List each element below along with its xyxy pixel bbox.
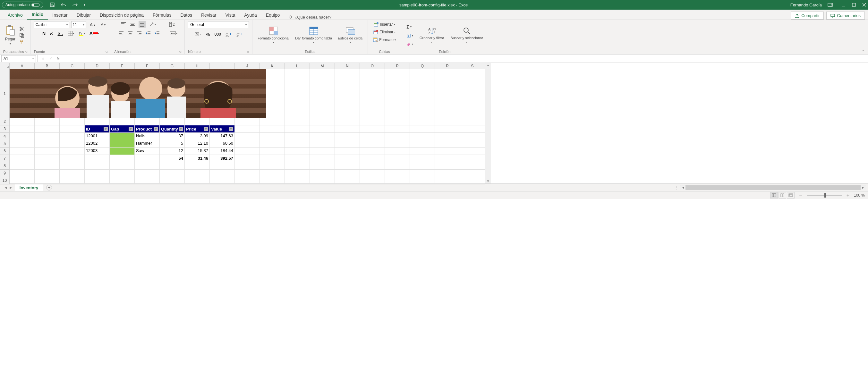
tab-insert[interactable]: Insertar bbox=[48, 10, 72, 20]
table-header-value[interactable]: Value bbox=[210, 125, 235, 133]
column-header[interactable]: A bbox=[10, 63, 35, 69]
formula-input[interactable] bbox=[63, 55, 868, 62]
underline-button[interactable]: S ▾ bbox=[58, 31, 63, 36]
decrease-decimal-icon[interactable]: ,00,0 bbox=[237, 32, 243, 37]
name-box[interactable]: A1▾ bbox=[1, 55, 36, 62]
tab-page-layout[interactable]: Disposición de página bbox=[95, 10, 148, 20]
column-header[interactable]: J bbox=[235, 63, 260, 69]
paste-button[interactable]: Pegar ▾ bbox=[3, 24, 17, 46]
tab-home[interactable]: Inicio bbox=[27, 10, 48, 20]
column-header[interactable]: K bbox=[260, 63, 285, 69]
scroll-right-icon[interactable]: ► bbox=[861, 186, 866, 189]
sheet-tab-inventory[interactable]: Inventory bbox=[15, 184, 43, 191]
filter-icon[interactable] bbox=[229, 127, 233, 131]
column-header[interactable]: I bbox=[210, 63, 235, 69]
sort-filter-button[interactable]: AZ Ordenar y filtrar▾ bbox=[417, 26, 446, 44]
comments-button[interactable]: Comentarios bbox=[826, 11, 865, 20]
zoom-out-button[interactable]: − bbox=[799, 192, 802, 198]
enter-formula-icon[interactable]: ✓ bbox=[49, 57, 52, 61]
prev-sheet-icon[interactable]: ◄ bbox=[4, 185, 8, 190]
scroll-down-icon[interactable]: ▼ bbox=[487, 180, 490, 183]
cell-price[interactable]: 15,37 bbox=[185, 148, 210, 155]
column-header[interactable]: C bbox=[60, 63, 85, 69]
cell-qty[interactable]: 5 bbox=[160, 140, 185, 148]
column-header[interactable]: F bbox=[135, 63, 160, 69]
table-header-price[interactable]: Price bbox=[185, 125, 210, 133]
clear-button[interactable]: ▾ bbox=[404, 41, 415, 47]
font-name-select[interactable]: Calibri▾ bbox=[34, 21, 69, 28]
format-cells-button[interactable]: Formato▾ bbox=[371, 37, 398, 43]
conditional-format-button[interactable]: Formato condicional▾ bbox=[256, 26, 291, 44]
zoom-in-button[interactable]: + bbox=[846, 192, 849, 198]
autosave-toggle[interactable]: Autoguardado bbox=[2, 2, 43, 8]
cell-id[interactable]: 12001 bbox=[85, 133, 110, 140]
orientation-icon[interactable]: ▾ bbox=[149, 22, 156, 27]
page-layout-view-button[interactable] bbox=[778, 192, 786, 198]
user-name[interactable]: Fernando García bbox=[790, 3, 822, 7]
save-icon[interactable] bbox=[50, 2, 55, 7]
wrap-text-icon[interactable]: ab bbox=[169, 22, 175, 27]
tab-split-handle[interactable]: ⋮ bbox=[672, 185, 680, 190]
percent-format-icon[interactable]: % bbox=[206, 31, 210, 37]
font-size-select[interactable]: 11▾ bbox=[71, 21, 86, 28]
column-header[interactable]: E bbox=[110, 63, 135, 69]
column-header[interactable]: N bbox=[335, 63, 360, 69]
column-header[interactable]: Q bbox=[410, 63, 435, 69]
cell-price[interactable]: 12,10 bbox=[185, 140, 210, 148]
row-header[interactable]: 10 bbox=[0, 177, 10, 184]
cell-price[interactable]: 3,99 bbox=[185, 133, 210, 140]
cell-qty[interactable]: 37 bbox=[160, 133, 185, 140]
align-middle-icon[interactable] bbox=[130, 22, 135, 27]
column-header[interactable]: O bbox=[360, 63, 385, 69]
align-center-icon[interactable] bbox=[127, 31, 133, 36]
share-button[interactable]: Compartir bbox=[791, 11, 824, 20]
zoom-slider[interactable] bbox=[807, 195, 842, 196]
row-header[interactable]: 2 bbox=[0, 118, 10, 125]
table-header-id[interactable]: ID bbox=[85, 125, 110, 133]
font-color-icon[interactable]: A▾ bbox=[90, 31, 99, 36]
filter-icon[interactable] bbox=[103, 127, 108, 131]
delete-cells-button[interactable]: Eliminar▾ bbox=[371, 29, 397, 35]
fill-button[interactable]: ▾ bbox=[404, 32, 415, 39]
comma-format-icon[interactable]: 000 bbox=[215, 32, 221, 37]
total-qty[interactable]: 54 bbox=[160, 155, 185, 162]
row-header[interactable]: 5 bbox=[0, 140, 10, 148]
increase-font-icon[interactable]: A▴ bbox=[88, 21, 97, 28]
scroll-up-icon[interactable]: ▲ bbox=[487, 63, 490, 67]
number-format-select[interactable]: General▾ bbox=[188, 21, 249, 28]
column-header[interactable]: R bbox=[435, 63, 460, 69]
italic-button[interactable]: K bbox=[50, 31, 53, 36]
cut-icon[interactable] bbox=[19, 26, 24, 31]
table-header-quantity[interactable]: Quantity bbox=[160, 125, 185, 133]
horizontal-scrollbar[interactable]: ◄ ► bbox=[680, 185, 866, 190]
align-top-icon[interactable] bbox=[121, 22, 126, 27]
cell-value[interactable]: 60,50 bbox=[210, 140, 235, 148]
decrease-font-icon[interactable]: A▾ bbox=[99, 22, 107, 28]
insert-cells-button[interactable]: Insertar▾ bbox=[372, 21, 397, 28]
cell-gap[interactable] bbox=[110, 133, 135, 140]
align-right-icon[interactable] bbox=[136, 31, 142, 36]
tab-data[interactable]: Datos bbox=[176, 10, 197, 20]
column-header[interactable]: H bbox=[185, 63, 210, 69]
redo-icon[interactable] bbox=[72, 3, 78, 7]
dialog-launcher-icon[interactable]: ⧉ bbox=[179, 50, 181, 54]
decrease-indent-icon[interactable] bbox=[145, 31, 151, 36]
column-header[interactable]: D bbox=[85, 63, 110, 69]
dialog-launcher-icon[interactable]: ⧉ bbox=[247, 50, 249, 54]
cancel-formula-icon[interactable]: ✕ bbox=[41, 57, 44, 61]
align-left-icon[interactable] bbox=[118, 31, 124, 36]
column-header[interactable]: B bbox=[35, 63, 60, 69]
total-price[interactable]: 31,46 bbox=[185, 155, 210, 162]
tab-draw[interactable]: Dibujar bbox=[72, 10, 95, 20]
table-header-gap[interactable]: Gap bbox=[110, 125, 135, 133]
row-header[interactable]: 4 bbox=[0, 133, 10, 140]
select-all-button[interactable] bbox=[0, 63, 10, 69]
cell-id[interactable]: 12003 bbox=[85, 148, 110, 155]
table-header-product[interactable]: Product bbox=[135, 125, 160, 133]
dialog-launcher-icon[interactable]: ⧉ bbox=[105, 50, 107, 54]
tell-me-search[interactable]: ¿Qué desea hacer? bbox=[288, 15, 331, 20]
scroll-left-icon[interactable]: ◄ bbox=[680, 186, 685, 189]
filter-icon[interactable] bbox=[129, 127, 133, 131]
zoom-level[interactable]: 100 % bbox=[854, 193, 865, 197]
borders-icon[interactable]: ▾ bbox=[68, 31, 74, 36]
